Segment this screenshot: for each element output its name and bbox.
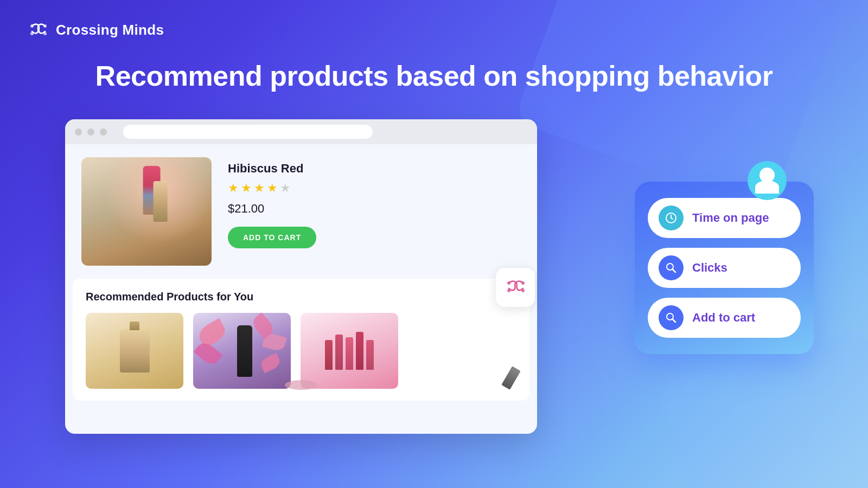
browser-dot-green (100, 129, 107, 136)
perfume-bottle (120, 329, 150, 373)
recommended-section: Recommended Products for You (73, 279, 529, 401)
star-4: ★ (267, 181, 278, 195)
cm-badge-logo (503, 275, 527, 299)
crossing-minds-logo-icon (28, 20, 48, 40)
user-avatar (748, 161, 787, 200)
signal-cart-icon-wrap (659, 305, 684, 330)
browser-dot-yellow (87, 129, 94, 136)
svg-point-7 (521, 289, 525, 292)
lipstick-tube-1 (325, 340, 333, 370)
signal-cart-label: Add to cart (692, 311, 755, 325)
cosmetics-items (320, 326, 379, 375)
browser-url-bar (123, 125, 373, 139)
clock-icon (665, 211, 678, 224)
product-name: Hibiscus Red (228, 162, 521, 176)
product-image (81, 157, 212, 266)
product-grid (86, 313, 516, 389)
signal-clicks: Clicks (648, 248, 801, 288)
compact-powder (301, 380, 317, 389)
svg-point-0 (30, 24, 34, 28)
signal-time-icon-wrap (659, 206, 684, 230)
svg-point-3 (43, 32, 47, 35)
star-1: ★ (228, 181, 239, 195)
product-thumb-cosmetics (301, 313, 398, 389)
browser-dot-red (75, 129, 82, 136)
petal-2 (194, 339, 223, 368)
product-thumb-perfume (86, 313, 183, 389)
search-icon (665, 261, 678, 274)
signal-add-to-cart: Add to cart (648, 298, 801, 338)
product-price: $21.00 (228, 202, 521, 216)
svg-point-5 (521, 281, 525, 285)
svg-point-1 (43, 24, 47, 28)
svg-point-2 (30, 32, 34, 35)
product-section: Hibiscus Red ★ ★ ★ ★ ★ $21.00 ADD TO CAR… (65, 144, 537, 279)
signal-clicks-label: Clicks (692, 261, 727, 275)
page-headline: Recommend products based on shopping beh… (0, 60, 868, 92)
lipstick-tube-3 (346, 337, 353, 370)
signals-panel: Time on page Clicks Add to cart (635, 182, 814, 354)
avatar-shoulders (755, 181, 779, 194)
browser-mockup: Hibiscus Red ★ ★ ★ ★ ★ $21.00 ADD TO CAR… (65, 119, 537, 434)
star-2: ★ (241, 181, 252, 195)
signal-time-on-page: Time on page (648, 198, 801, 238)
browser-bar (65, 119, 537, 144)
serum-visual (193, 313, 291, 389)
header: Crossing Minds (28, 20, 164, 40)
svg-point-4 (507, 281, 510, 285)
cm-badge (496, 268, 535, 307)
brand-name: Crossing Minds (56, 22, 164, 38)
product-info: Hibiscus Red ★ ★ ★ ★ ★ $21.00 ADD TO CAR… (228, 157, 521, 266)
star-5: ★ (280, 181, 291, 195)
recommended-title: Recommended Products for You (86, 291, 516, 303)
star-3: ★ (254, 181, 265, 195)
serum-bottle (237, 325, 252, 377)
avatar-graphic (748, 161, 787, 200)
lipstick-tube-2 (335, 335, 343, 370)
add-to-cart-button[interactable]: ADD TO CART (228, 227, 316, 248)
signal-clicks-icon-wrap (659, 255, 684, 280)
signal-time-label: Time on page (692, 211, 769, 225)
lipstick-tube-5 (366, 340, 374, 370)
petal-4 (259, 353, 282, 373)
product-thumb-serum (193, 313, 291, 389)
perfume-visual (86, 313, 183, 389)
svg-point-6 (507, 289, 510, 292)
lipstick-tube-4 (356, 332, 363, 370)
product-rating: ★ ★ ★ ★ ★ (228, 181, 521, 195)
cosmetics-visual (301, 313, 398, 389)
lipstick-visual (81, 157, 212, 266)
cart-search-icon (665, 311, 678, 324)
